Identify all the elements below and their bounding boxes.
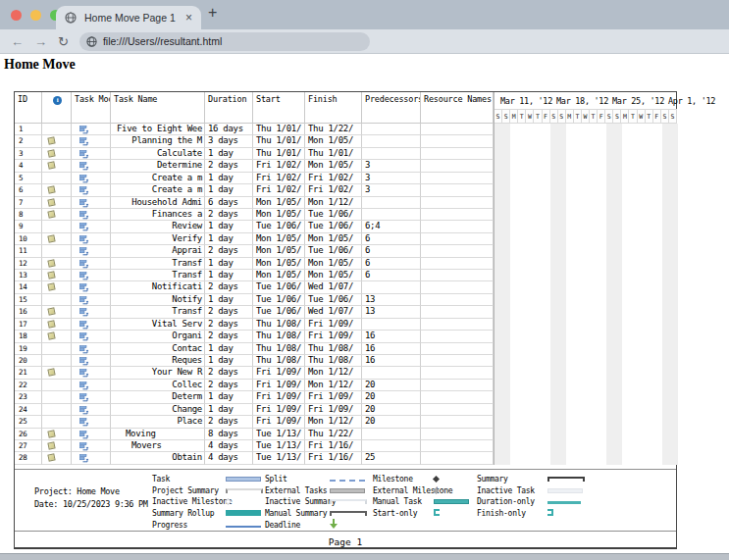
row-task-mode bbox=[72, 270, 111, 281]
legend-symbol-cell bbox=[226, 486, 265, 495]
row-finish: Mon 1/12/ bbox=[305, 197, 362, 209]
row-duration: 1 day bbox=[205, 258, 253, 270]
legend-symbol-cell bbox=[434, 497, 477, 506]
day-letter: T bbox=[518, 110, 526, 123]
row-id: 26 bbox=[15, 429, 42, 440]
legend-label: Task bbox=[152, 475, 226, 484]
table-row: 27Movers4 daysTue 1/13/Fri 1/16/ bbox=[15, 440, 494, 452]
day-letter: W bbox=[582, 110, 590, 123]
row-id: 13 bbox=[15, 270, 42, 281]
task-mode-icon bbox=[79, 406, 89, 416]
row-start: Tue 1/06/ bbox=[253, 221, 305, 232]
legend-label: Inactive Milestone bbox=[152, 497, 226, 506]
row-task-mode bbox=[72, 209, 111, 221]
row-duration: 1 day bbox=[205, 173, 253, 184]
row-start: Fri 1/09/ bbox=[253, 416, 305, 428]
close-window-button[interactable] bbox=[11, 10, 22, 21]
note-icon bbox=[47, 271, 55, 279]
legend-symbol-cell bbox=[330, 486, 373, 495]
table-row: 9Review1 dayTue 1/06/Tue 1/06/6;4 bbox=[15, 221, 494, 232]
day-letter: S bbox=[613, 110, 621, 123]
row-duration: 4 days bbox=[205, 452, 253, 464]
row-predecessors: 13 bbox=[362, 294, 421, 306]
row-task-name: Finances a bbox=[111, 209, 205, 221]
address-bar[interactable]: file:///Users//resultant.html bbox=[79, 32, 370, 51]
legend-label: Milestone bbox=[373, 475, 434, 484]
row-task-name: Place bbox=[111, 416, 205, 428]
browser-tab[interactable]: Home Move Page 1 × bbox=[56, 6, 201, 29]
back-icon[interactable]: ← bbox=[11, 35, 24, 48]
task-mode-icon bbox=[79, 126, 89, 135]
tab-close-icon[interactable]: × bbox=[185, 11, 192, 25]
row-indicator bbox=[42, 135, 72, 147]
note-icon bbox=[47, 149, 55, 157]
new-tab-button[interactable]: + bbox=[208, 4, 217, 22]
row-start: Fri 1/02/ bbox=[253, 184, 305, 196]
minimize-window-button[interactable] bbox=[30, 10, 41, 21]
row-duration: 2 days bbox=[205, 331, 253, 342]
row-finish: Tue 1/06/ bbox=[305, 245, 362, 257]
legend-symbol-cell bbox=[547, 486, 597, 495]
row-resources bbox=[421, 343, 494, 355]
table-row: 28Obtain4 daysTue 1/13/Fri 1/16/25 bbox=[15, 452, 494, 464]
row-duration: 1 day bbox=[205, 343, 253, 355]
table-row: 8Finances a2 daysMon 1/05/Tue 1/06/ bbox=[15, 209, 494, 221]
table-row: 16Transf2 daysTue 1/06/Wed 1/07/13 bbox=[15, 306, 494, 318]
header-indicators: i bbox=[42, 92, 72, 124]
legend-label: Finish-only bbox=[477, 509, 547, 518]
row-task-mode bbox=[72, 148, 111, 160]
row-start: Mon 1/05/ bbox=[253, 270, 305, 281]
row-task-mode bbox=[72, 245, 111, 257]
row-duration: 2 days bbox=[205, 319, 253, 331]
row-predecessors: 20 bbox=[362, 391, 421, 403]
note-icon bbox=[47, 137, 55, 145]
legend-symbol-cell bbox=[226, 475, 265, 484]
row-duration: 1 day bbox=[205, 221, 253, 232]
row-start: Fri 1/09/ bbox=[253, 380, 305, 391]
row-task-mode bbox=[72, 258, 111, 270]
reload-icon[interactable]: ↻ bbox=[58, 35, 69, 48]
row-task-name: Transf bbox=[111, 306, 205, 318]
day-letter: T bbox=[574, 110, 582, 123]
row-task-mode bbox=[72, 135, 111, 147]
row-id: 18 bbox=[15, 331, 42, 342]
task-mode-icon bbox=[79, 357, 89, 367]
task-mode-icon bbox=[79, 162, 89, 172]
row-predecessors bbox=[362, 148, 421, 160]
row-start: Mon 1/05/ bbox=[253, 209, 305, 221]
row-id: 15 bbox=[15, 294, 42, 306]
row-resources bbox=[421, 209, 494, 221]
row-duration: 2 days bbox=[205, 306, 253, 318]
forward-icon[interactable]: → bbox=[34, 35, 47, 48]
day-letter: T bbox=[534, 110, 542, 123]
row-task-mode bbox=[72, 331, 111, 342]
task-mode-icon bbox=[79, 308, 89, 318]
row-predecessors: 6;4 bbox=[362, 221, 421, 232]
row-id: 2 bbox=[15, 135, 42, 147]
tab-favicon-globe-icon bbox=[65, 12, 77, 24]
row-task-mode bbox=[72, 124, 111, 135]
row-indicator bbox=[42, 367, 72, 379]
legend-label: Inactive Task bbox=[477, 486, 547, 495]
task-mode-icon bbox=[79, 382, 89, 391]
day-letter: M bbox=[566, 110, 574, 123]
header-task-name: Task Name bbox=[111, 92, 205, 124]
row-task-mode bbox=[72, 173, 111, 184]
row-indicator bbox=[42, 331, 72, 342]
day-letter: S bbox=[669, 110, 677, 123]
row-task-mode bbox=[72, 404, 111, 416]
row-start: Thu 1/01/ bbox=[253, 148, 305, 160]
legend-grid: TaskSplitMilestoneSummaryProject Summary… bbox=[152, 474, 597, 531]
traffic-lights bbox=[11, 10, 61, 21]
header-task-mode: Task Mode bbox=[72, 92, 111, 124]
table-row: 4Determine2 daysFri 1/02/Mon 1/05/3 bbox=[15, 160, 494, 172]
row-finish: Mon 1/05/ bbox=[305, 270, 362, 281]
legend-box: Project: Home Move Date: 10/25/2023 9:36… bbox=[15, 469, 676, 532]
url-text: file:///Users//resultant.html bbox=[103, 35, 222, 47]
row-duration: 1 day bbox=[205, 404, 253, 416]
task-mode-icon bbox=[79, 296, 89, 306]
table-row: 7Household Admi6 daysMon 1/05/Mon 1/12/ bbox=[15, 197, 494, 209]
legend-symbol-cell bbox=[547, 497, 597, 506]
row-predecessors: 20 bbox=[362, 404, 421, 416]
row-start: Mon 1/05/ bbox=[253, 233, 305, 245]
